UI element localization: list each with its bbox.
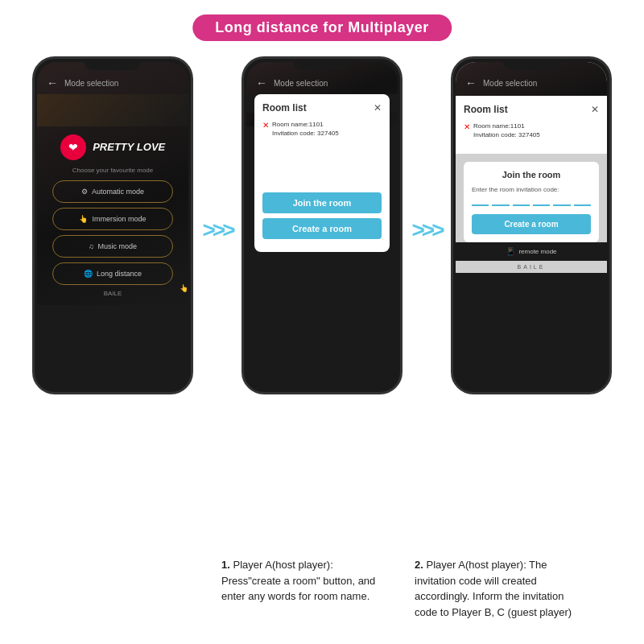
hand-pointer-icon: 👆 xyxy=(180,284,188,292)
long-distance-btn[interactable]: 🌐 Long distance 👆 xyxy=(52,262,173,285)
screen1-mode-label: Mode selection xyxy=(64,79,118,88)
page-title: Long distance for Multiplayer xyxy=(215,19,429,35)
arrow-1-icon: >>> xyxy=(202,217,232,243)
room-list-dialog: Room list ✕ ✕ Room name:1101 Invitation … xyxy=(254,94,390,252)
room-list-panel: Room list ✕ ✕ Room name:1101 Invitation … xyxy=(456,96,607,154)
phone3-remote-label: remote mode xyxy=(518,248,556,255)
phone3-room-info: Room name:1101 Invitation code: 327405 xyxy=(473,122,540,139)
immersion-mode-btn[interactable]: 👆 Immersion mode xyxy=(52,208,173,230)
screen2-back-icon[interactable]: ← xyxy=(256,76,267,89)
globe-icon: 🌐 xyxy=(84,270,93,278)
arrow-col-2: >>> xyxy=(402,217,451,243)
code-dash-5 xyxy=(553,204,570,206)
phone3-invitation-code: Invitation code: 327405 xyxy=(473,130,540,139)
phone3-remote-icon: 📱 xyxy=(506,247,515,256)
automatic-mode-label: Automatic mode xyxy=(92,188,144,196)
music-mode-btn[interactable]: ♫ Music mode xyxy=(52,235,173,258)
desc1-number: 1. xyxy=(221,559,230,571)
dialog-close-btn[interactable]: ✕ xyxy=(374,102,382,114)
room-info: Room name:1101 Invitation code: 327405 xyxy=(272,120,339,138)
music-mode-label: Music mode xyxy=(98,242,138,250)
desc-col-2: 2. Player A(host player): The invitation… xyxy=(415,557,576,620)
screen2-mode-label: Mode selection xyxy=(274,79,328,88)
automatic-mode-btn[interactable]: ⚙ Automatic mode xyxy=(52,180,173,203)
logo-heart-icon: ❤ xyxy=(60,134,86,160)
invite-label: Enter the room invitation code: xyxy=(472,186,591,193)
screen1: ← Mode selection ❤ PRETTY LOVE Choose yo… xyxy=(37,62,188,305)
immersion-icon: 👆 xyxy=(79,215,88,223)
create-room-btn[interactable]: Create a room xyxy=(262,218,382,239)
back-arrow-icon[interactable]: ← xyxy=(47,76,58,89)
invitation-code: Invitation code: 327405 xyxy=(272,129,339,138)
music-icon: ♫ xyxy=(89,242,94,250)
code-dash-2 xyxy=(492,204,509,206)
code-dash-6 xyxy=(574,204,591,206)
phones-row: ← Mode selection ❤ PRETTY LOVE Choose yo… xyxy=(0,56,644,394)
phone3-create-btn[interactable]: Create a room xyxy=(472,214,591,234)
join-room-btn[interactable]: Join the room xyxy=(262,192,382,213)
phone-3: ← Mode selection Room list ✕ ✕ Room name… xyxy=(451,56,612,394)
phone3-remote-bar: 📱 remote mode xyxy=(456,242,607,261)
logo-text: PRETTY LOVE xyxy=(93,141,165,153)
phone3-room-name: Room name:1101 xyxy=(473,122,540,130)
screen3: ← Mode selection Room list ✕ ✕ Room name… xyxy=(456,62,607,273)
screen2: ← Mode selection 📱 remote mode BAILE Roo… xyxy=(246,62,398,126)
room-entry: ✕ Room name:1101 Invitation code: 327405 xyxy=(262,120,382,138)
phone2-notch xyxy=(294,59,350,70)
code-input-row xyxy=(472,198,591,206)
choose-text: Choose your favourite mode xyxy=(72,167,154,174)
phone-1: ← Mode selection ❤ PRETTY LOVE Choose yo… xyxy=(32,56,193,394)
arrow-col-1: >>> xyxy=(193,217,242,243)
phone3-baile: BAILE xyxy=(456,261,607,273)
phone3-screen: ← Mode selection Room list ✕ ✕ Room name… xyxy=(456,62,607,389)
desc1-text: Player A(host player): Press"create a ro… xyxy=(221,559,375,602)
screen3-mode-label: Mode selection xyxy=(483,79,537,88)
code-dash-3 xyxy=(513,204,530,206)
room-spacer xyxy=(262,144,382,192)
phone3-dialog-close[interactable]: ✕ xyxy=(591,104,599,115)
phone1-notch xyxy=(85,59,141,70)
title-bar: Long distance for Multiplayer xyxy=(192,14,452,41)
join-title: Join the room xyxy=(472,170,591,180)
description-row: 1. Player A(host player): Press"create a… xyxy=(0,557,644,620)
desc2-text: Player A(host player): The invitation co… xyxy=(415,559,572,618)
room-name: Room name:1101 xyxy=(272,120,339,129)
logo-area: ❤ PRETTY LOVE xyxy=(60,134,166,160)
phone3-dialog-title-row: Room list ✕ xyxy=(464,104,599,115)
desc-col-1: 1. Player A(host player): Press"create a… xyxy=(221,557,382,620)
phone-2: ← Mode selection 📱 remote mode BAILE Roo… xyxy=(242,56,402,394)
dialog-title: Room list xyxy=(262,102,307,114)
join-panel: Join the room Enter the room invitation … xyxy=(464,162,599,242)
long-distance-label: Long distance xyxy=(97,270,142,278)
phone3-room-entry: ✕ Room name:1101 Invitation code: 327405 xyxy=(464,122,599,139)
phone2-screen: ← Mode selection 📱 remote mode BAILE Roo… xyxy=(246,62,398,389)
desc2-number: 2. xyxy=(415,559,423,571)
phone3-notch xyxy=(503,59,559,70)
dialog-title-row: Room list ✕ xyxy=(262,102,382,114)
arrow-2-icon: >>> xyxy=(411,217,441,243)
phone1-screen: ← Mode selection ❤ PRETTY LOVE Choose yo… xyxy=(37,62,188,389)
room-x-icon: ✕ xyxy=(262,121,269,130)
phone3-dialog-title: Room list xyxy=(464,104,508,115)
immersion-mode-label: Immersion mode xyxy=(92,215,146,223)
screen3-back-icon[interactable]: ← xyxy=(465,76,477,89)
phone1-baile: BAILE xyxy=(101,290,126,297)
code-dash-4 xyxy=(533,204,550,206)
code-dash-1 xyxy=(472,204,489,206)
auto-icon: ⚙ xyxy=(81,188,88,196)
phone3-room-x-icon: ✕ xyxy=(464,122,470,131)
